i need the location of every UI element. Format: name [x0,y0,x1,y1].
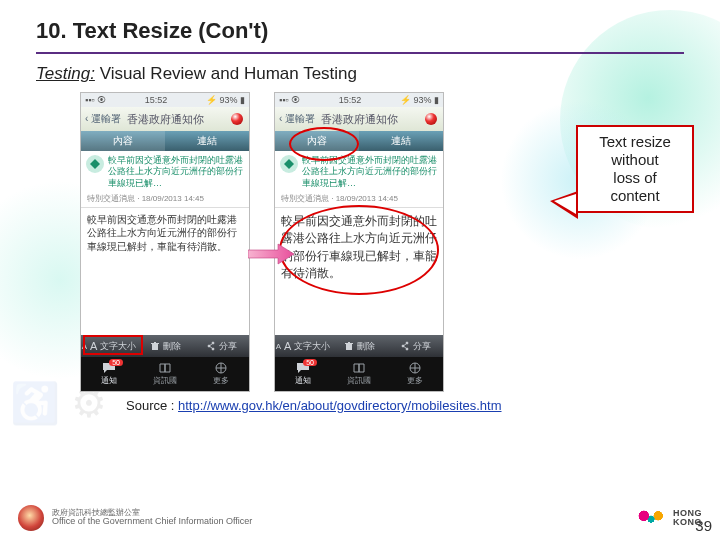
notify-badge: 50 [109,359,123,366]
content-blank [81,258,249,335]
nav-header: ‹ 運輸署 香港政府通知你 [81,107,249,131]
news-headline: 較早前因交通意外而封閉的吐露港公路往上水方向近元洲仔的部份行車線現已解… [302,155,438,189]
bottom-info[interactable]: 資訊國 [331,357,387,391]
callout-line2: without [584,151,686,169]
tab-links[interactable]: 連結 [165,131,249,151]
tab-links[interactable]: 連結 [359,131,443,151]
news-headline-row[interactable]: 較早前因交通意外而封閉的吐露港公路往上水方向近元洲仔的部份行車線現已解… [81,151,249,193]
textsize-button[interactable]: AA文字大小 [275,335,331,357]
share-icon [206,341,216,351]
status-bar: ▪▪▫ ⦿ 15:52 ⚡ 93% ▮ [275,93,443,107]
nav-header: ‹ 運輸署 香港政府通知你 [275,107,443,131]
signal-icons: ▪▪▫ ⦿ [279,95,300,105]
share-label: 分享 [219,340,237,353]
share-label: 分享 [413,340,431,353]
status-time: 15:52 [339,95,362,105]
bottom-info-label: 資訊國 [153,375,177,386]
news-headline-row[interactable]: 較早前因交通意外而封閉的吐露港公路往上水方向近元洲仔的部份行車線現已解… [275,151,443,193]
phone-before: ▪▪▫ ⦿ 15:52 ⚡ 93% ▮ ‹ 運輸署 香港政府通知你 內容 連結 … [80,92,250,392]
news-meta: 特別交通消息 · 18/09/2013 14:45 [275,193,443,207]
delete-button[interactable]: 刪除 [331,335,387,357]
delete-label: 刪除 [357,340,375,353]
callout: Text resize without loss of content [576,125,694,213]
article-toolbar: AA文字大小 刪除 分享 [275,335,443,357]
back-button[interactable]: ‹ 運輸署 [279,112,315,126]
bottom-notify[interactable]: 50 通知 [81,357,137,391]
share-button[interactable]: 分享 [193,335,249,357]
notify-badge: 50 [303,359,317,366]
news-body-large: 較早前因交通意外而封閉的吐露港公路往上水方向近元洲仔的部份行車線現已解封，車龍有… [275,208,443,288]
status-bar: ▪▪▫ ⦿ 15:52 ⚡ 93% ▮ [81,93,249,107]
bottom-info[interactable]: 資訊國 [137,357,193,391]
nav-ball-icon [231,113,243,125]
callout-box: Text resize without loss of content [576,125,694,213]
news-category-icon [280,155,298,173]
source-link[interactable]: http://www.gov.hk/en/about/govdirectory/… [178,398,501,413]
content-tabs: 內容 連結 [275,131,443,151]
bottom-info-label: 資訊國 [347,375,371,386]
share-button[interactable]: 分享 [387,335,443,357]
news-headline: 較早前因交通意外而封閉的吐露港公路往上水方向近元洲仔的部份行車線現已解… [108,155,244,189]
status-battery: 93% [219,95,237,105]
bottom-notify-label: 通知 [101,375,117,386]
share-icon [400,341,410,351]
bottom-more-label: 更多 [407,375,423,386]
phone-after: ▪▪▫ ⦿ 15:52 ⚡ 93% ▮ ‹ 運輸署 香港政府通知你 內容 連結 … [274,92,444,392]
source-label: Source : [126,398,178,413]
bottom-more-label: 更多 [213,375,229,386]
subtitle: Testing: Visual Review and Human Testing [36,64,684,84]
tab-content[interactable]: 內容 [81,131,165,151]
nav-ball-icon [425,113,437,125]
globe-icon [214,362,228,374]
news-meta: 特別交通消息 · 18/09/2013 14:45 [81,193,249,207]
news-body-small: 較早前因交通意外而封閉的吐露港公路往上水方向近元洲仔的部份行車線現已解封，車龍有… [81,208,249,259]
signal-icons: ▪▪▫ ⦿ [85,95,106,105]
battery-icon: ⚡ [400,95,411,105]
nav-title: 香港政府通知你 [321,112,398,127]
delete-button[interactable]: 刪除 [137,335,193,357]
subtitle-underlined: Testing: [36,64,95,83]
nav-title: 香港政府通知你 [127,112,204,127]
slide-title: 10. Text Resize (Con't) [36,18,684,44]
callout-line3: loss of [584,169,686,187]
battery-icon: ⚡ [206,95,217,105]
title-divider [36,52,684,54]
news-category-icon [86,155,104,173]
trash-icon [150,341,160,351]
textsize-label: 文字大小 [100,340,136,353]
status-time: 15:52 [145,95,168,105]
subtitle-rest: Visual Review and Human Testing [95,64,357,83]
bottom-nav: 50 通知 資訊國 更多 [81,357,249,391]
content-tabs: 內容 連結 [81,131,249,151]
bottom-more[interactable]: 更多 [387,357,443,391]
callout-line1: Text resize [584,133,686,151]
bottom-notify-label: 通知 [295,375,311,386]
tab-content[interactable]: 內容 [275,131,359,151]
bottom-notify[interactable]: 50 通知 [275,357,331,391]
back-button[interactable]: ‹ 運輸署 [85,112,121,126]
source-line: Source : http://www.gov.hk/en/about/govd… [126,398,684,413]
trash-icon [344,341,354,351]
globe-icon [408,362,422,374]
content-blank [275,287,443,335]
textsize-label: 文字大小 [294,340,330,353]
callout-tail-icon [550,191,578,219]
book-icon [158,362,172,374]
status-battery: 93% [413,95,431,105]
bottom-more[interactable]: 更多 [193,357,249,391]
bottom-nav: 50 通知 資訊國 更多 [275,357,443,391]
slide-content: 10. Text Resize (Con't) Testing: Visual … [0,0,720,540]
delete-label: 刪除 [163,340,181,353]
textsize-button[interactable]: AA文字大小 [81,335,137,357]
callout-line4: content [584,187,686,205]
book-icon [352,362,366,374]
article-toolbar: AA文字大小 刪除 分享 [81,335,249,357]
